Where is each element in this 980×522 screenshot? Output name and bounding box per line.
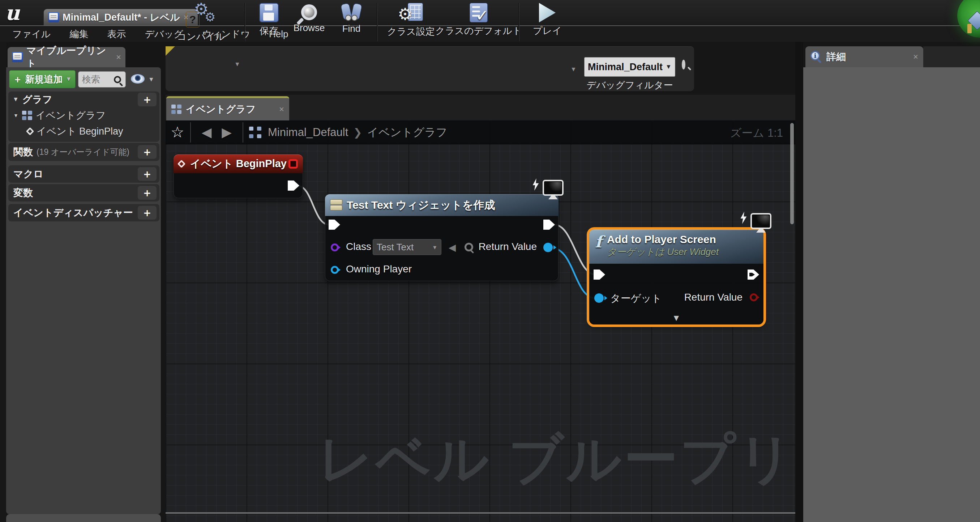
play-icon — [539, 3, 555, 22]
event-graph-tab-close-icon[interactable]: × — [279, 105, 284, 113]
add-function-button[interactable]: ＋ — [138, 145, 156, 159]
node-event-beginplay[interactable]: イベント BeginPlay — [173, 155, 303, 198]
tab-event-graph[interactable]: イベントグラフ × — [166, 96, 289, 120]
debug-object-dropdown[interactable]: Minimal_Default ▼ — [584, 57, 675, 77]
ui-monitor-icon — [542, 180, 563, 196]
section-dispatchers[interactable]: イベントディスパッチャー ＋ — [8, 204, 159, 221]
class-settings-button[interactable]: ⚙ クラス設定 — [384, 3, 438, 38]
expander-icon[interactable]: ▼ — [13, 96, 19, 103]
debug-breakpoint-icon[interactable] — [288, 159, 298, 169]
section-variables[interactable]: 変数 ＋ — [8, 184, 159, 201]
blueprint-book-icon — [48, 12, 59, 22]
section-graphs[interactable]: ▼ グラフ ＋ — [8, 91, 159, 107]
plus-icon: ＋ — [142, 185, 153, 200]
reset-to-default-icon[interactable]: ◀ — [449, 242, 456, 253]
left-dock-strip — [0, 42, 6, 522]
details-tab-label: 詳細 — [826, 50, 909, 63]
menu-edit[interactable]: 編集 — [69, 28, 88, 40]
breadcrumb-root[interactable]: Minimal_Default — [268, 126, 348, 139]
compile-button[interactable]: ⚙ ⚙ ? コンパイル — [170, 3, 232, 43]
target-pin-label: ターゲット — [610, 292, 662, 305]
find-button[interactable]: Find — [333, 3, 369, 34]
compile-unknown-icon: ? — [186, 11, 200, 27]
add-new-button[interactable]: ＋ 新規追加 ▼ — [9, 70, 76, 88]
begin-play-label: イベント BeginPlay — [37, 125, 123, 138]
plus-icon: ＋ — [142, 206, 153, 220]
panel-splitter[interactable] — [795, 42, 803, 522]
menu-file[interactable]: ファイル — [12, 28, 51, 40]
owning-player-pin[interactable] — [331, 266, 339, 274]
menu-view[interactable]: 表示 — [107, 28, 126, 40]
nav-back-icon[interactable]: ◀ — [202, 125, 212, 140]
chevron-down-icon: ▼ — [665, 63, 671, 70]
node-add-to-player-screen[interactable]: f Add to Player Screen ターゲットは User Widge… — [589, 230, 764, 324]
divider — [243, 122, 243, 142]
class-browse-icon[interactable] — [465, 243, 473, 251]
exec-output-pin[interactable] — [748, 269, 759, 280]
compile-icon: ⚙ ⚙ ? — [186, 3, 216, 28]
add-variable-button[interactable]: ＋ — [138, 186, 156, 200]
target-pin[interactable] — [594, 294, 604, 303]
play-label: プレイ — [533, 25, 562, 37]
compile-options-chevron-icon[interactable]: ▼ — [234, 61, 240, 68]
class-settings-label: クラス設定 — [387, 26, 435, 38]
add-dispatcher-button[interactable]: ＋ — [138, 206, 156, 220]
return-value-pin[interactable] — [750, 294, 758, 301]
search-input[interactable] — [81, 74, 114, 85]
favorite-star-icon[interactable]: ☆ — [170, 125, 185, 140]
add-new-label: 新規追加 — [25, 73, 63, 86]
add-graph-button[interactable]: ＋ — [138, 93, 156, 106]
blueprint-search-box[interactable] — [78, 71, 126, 88]
expand-node-chevron-icon[interactable]: ▼ — [672, 313, 681, 323]
nav-forward-icon[interactable]: ▶ — [221, 125, 232, 140]
graphs-label: グラフ — [22, 93, 134, 106]
section-macros[interactable]: マクロ ＋ — [8, 165, 159, 183]
my-blueprint-tab-close-icon[interactable]: × — [116, 53, 121, 62]
details-tabstrip-filler — [923, 46, 980, 67]
class-pin[interactable] — [331, 243, 339, 251]
debug-search-icon[interactable] — [682, 60, 686, 69]
plus-icon: ＋ — [13, 73, 22, 86]
details-panel-body — [803, 67, 980, 522]
eye-options-chevron-icon[interactable]: ▼ — [148, 76, 154, 83]
node-create-widget[interactable]: Test Text ウィジェットを作成 Class Test Text ▼ ◀ … — [325, 194, 558, 281]
node-header[interactable]: f Add to Player Screen ターゲットは User Widge… — [589, 230, 764, 264]
save-icon — [259, 3, 279, 22]
save-button[interactable]: 保存 — [251, 3, 286, 37]
exec-input-pin[interactable] — [329, 219, 340, 230]
exec-output-pin[interactable] — [543, 219, 555, 230]
chevron-down-icon: ▼ — [66, 76, 72, 83]
breadcrumb-current[interactable]: イベントグラフ — [367, 125, 447, 140]
graph-vertical-scrollbar[interactable] — [790, 123, 794, 224]
class-select-value: Test Text — [377, 242, 414, 253]
graph-tree-group: ▼ グラフ ＋ ▼ イベントグラフ イベント BeginPlay — [8, 91, 159, 142]
node-header[interactable]: イベント BeginPlay — [173, 155, 303, 173]
dispatchers-label: イベントディスパッチャー — [13, 206, 134, 219]
expander-icon[interactable]: ▼ — [13, 112, 18, 118]
toolbar-separator — [244, 3, 245, 41]
section-functions[interactable]: 関数 (19 オーバーライド可能) ＋ — [8, 143, 159, 161]
tree-item-begin-play[interactable]: イベント BeginPlay — [8, 123, 159, 139]
tab-details[interactable]: i 詳細 × — [805, 46, 923, 67]
visibility-eye-icon[interactable] — [131, 74, 145, 83]
node-title: Add to Player Screen — [607, 233, 719, 246]
class-select-dropdown[interactable]: Test Text ▼ — [373, 239, 441, 255]
add-macro-button[interactable]: ＋ — [138, 167, 156, 181]
class-defaults-button[interactable]: ✓ クラスのデフォルト — [443, 3, 514, 37]
node-header[interactable]: Test Text ウィジェットを作成 — [325, 194, 558, 216]
plus-icon: ＋ — [142, 92, 153, 107]
exec-output-pin[interactable] — [288, 180, 299, 192]
return-value-pin[interactable] — [543, 243, 553, 252]
node-title: イベント BeginPlay — [190, 156, 287, 171]
browse-button[interactable]: Browse — [289, 3, 329, 34]
tree-item-event-graph[interactable]: ▼ イベントグラフ — [8, 107, 159, 123]
toolbar-separator — [377, 3, 377, 41]
details-tab-close-icon[interactable]: × — [913, 53, 918, 61]
exec-input-pin[interactable] — [593, 269, 605, 280]
event-graph-tab-label: イベントグラフ — [186, 103, 275, 116]
play-button[interactable]: プレイ — [528, 3, 566, 37]
play-options-chevron-icon[interactable]: ▼ — [570, 66, 577, 73]
event-graph-label: イベントグラフ — [36, 109, 105, 122]
event-graph-icon — [22, 111, 32, 120]
tab-my-blueprint[interactable]: マイブループリント × — [8, 47, 126, 67]
